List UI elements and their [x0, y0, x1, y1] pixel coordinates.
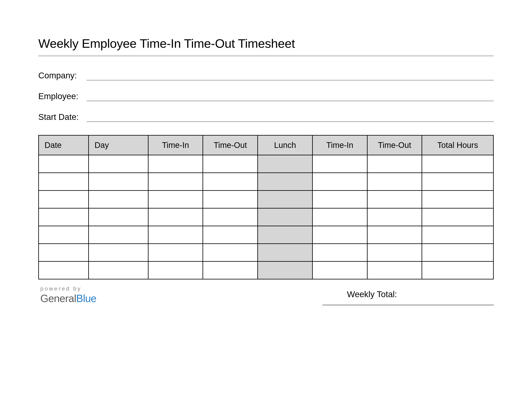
table-cell[interactable] — [422, 155, 494, 173]
table-cell[interactable] — [203, 208, 258, 226]
table-cell[interactable] — [312, 155, 367, 173]
table-cell[interactable] — [39, 262, 89, 279]
table-cell[interactable] — [258, 262, 313, 279]
col-date: Date — [39, 135, 89, 155]
table-cell[interactable] — [39, 173, 89, 191]
timesheet-table: Date Day Time-In Time-Out Lunch Time-In … — [38, 135, 494, 280]
table-cell[interactable] — [258, 191, 313, 208]
powered-by-text: powered by — [40, 285, 96, 292]
employee-field-row: Employee: — [38, 92, 494, 101]
table-cell[interactable] — [312, 173, 367, 191]
table-cell[interactable] — [312, 226, 367, 244]
col-lunch: Lunch — [258, 135, 313, 155]
table-cell[interactable] — [312, 262, 367, 279]
table-row — [39, 191, 494, 208]
col-time-out-2: Time-Out — [367, 135, 422, 155]
table-cell[interactable] — [422, 191, 494, 208]
table-cell[interactable] — [89, 155, 148, 173]
table-cell[interactable] — [367, 226, 422, 244]
company-field-row: Company: — [38, 71, 494, 80]
table-row — [39, 208, 494, 226]
table-cell[interactable] — [89, 173, 148, 191]
table-cell[interactable] — [39, 208, 89, 226]
table-cell[interactable] — [89, 244, 148, 262]
start-date-input-line[interactable] — [87, 113, 494, 122]
table-cell[interactable] — [422, 244, 494, 262]
table-cell[interactable] — [367, 191, 422, 208]
table-cell[interactable] — [367, 155, 422, 173]
table-cell[interactable] — [148, 191, 203, 208]
footer: powered by GeneralBlue Weekly Total: — [38, 285, 494, 306]
brand-block: powered by GeneralBlue — [40, 285, 96, 304]
table-cell[interactable] — [312, 244, 367, 262]
col-time-out-1: Time-Out — [203, 135, 258, 155]
table-cell[interactable] — [148, 208, 203, 226]
col-day: Day — [89, 135, 148, 155]
table-cell[interactable] — [39, 155, 89, 173]
table-row — [39, 244, 494, 262]
table-cell[interactable] — [258, 208, 313, 226]
table-row — [39, 262, 494, 279]
table-cell[interactable] — [258, 226, 313, 244]
table-row — [39, 226, 494, 244]
table-cell[interactable] — [203, 244, 258, 262]
table-cell[interactable] — [203, 262, 258, 279]
table-cell[interactable] — [39, 244, 89, 262]
start-date-field-row: Start Date: — [38, 112, 494, 122]
table-cell[interactable] — [258, 244, 313, 262]
table-cell[interactable] — [203, 173, 258, 191]
page-title: Weekly Employee Time-In Time-Out Timeshe… — [38, 36, 494, 51]
table-cell[interactable] — [148, 226, 203, 244]
weekly-total-divider — [323, 304, 494, 306]
weekly-total-label: Weekly Total: — [347, 290, 397, 302]
table-cell[interactable] — [203, 226, 258, 244]
table-cell[interactable] — [203, 191, 258, 208]
table-cell[interactable] — [422, 173, 494, 191]
table-row — [39, 173, 494, 191]
table-cell[interactable] — [203, 155, 258, 173]
col-total-hours: Total Hours — [422, 135, 494, 155]
table-cell[interactable] — [367, 208, 422, 226]
table-cell[interactable] — [148, 244, 203, 262]
table-cell[interactable] — [148, 173, 203, 191]
table-cell[interactable] — [148, 155, 203, 173]
table-cell[interactable] — [312, 191, 367, 208]
timesheet-document: Weekly Employee Time-In Time-Out Timeshe… — [0, 0, 532, 411]
table-row — [39, 155, 494, 173]
company-label: Company: — [38, 71, 87, 80]
table-cell[interactable] — [89, 262, 148, 279]
table-cell[interactable] — [367, 244, 422, 262]
table-cell[interactable] — [367, 173, 422, 191]
table-cell[interactable] — [422, 226, 494, 244]
table-body — [39, 155, 494, 279]
table-cell[interactable] — [312, 208, 367, 226]
brand-logo: GeneralBlue — [40, 292, 96, 304]
table-cell[interactable] — [258, 173, 313, 191]
table-cell[interactable] — [39, 191, 89, 208]
weekly-total-area: Weekly Total: — [323, 290, 494, 306]
table-cell[interactable] — [39, 226, 89, 244]
employee-input-line[interactable] — [87, 93, 494, 101]
table-cell[interactable] — [367, 262, 422, 279]
col-time-in-1: Time-In — [148, 135, 203, 155]
table-cell[interactable] — [258, 155, 313, 173]
table-cell[interactable] — [89, 191, 148, 208]
col-time-in-2: Time-In — [312, 135, 367, 155]
brand-second: Blue — [76, 292, 96, 304]
table-cell[interactable] — [422, 262, 494, 279]
company-input-line[interactable] — [87, 72, 494, 80]
table-cell[interactable] — [422, 208, 494, 226]
table-header-row: Date Day Time-In Time-Out Lunch Time-In … — [39, 135, 494, 155]
brand-first: General — [40, 292, 76, 304]
table-cell[interactable] — [89, 208, 148, 226]
table-cell[interactable] — [89, 226, 148, 244]
table-cell[interactable] — [148, 262, 203, 279]
employee-label: Employee: — [38, 92, 87, 101]
title-divider — [38, 55, 494, 57]
start-date-label: Start Date: — [38, 112, 87, 122]
